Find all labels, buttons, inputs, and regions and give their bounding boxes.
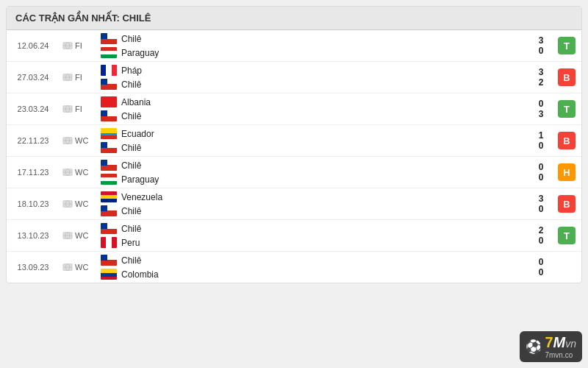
type-label: FI — [75, 41, 82, 50]
score-col: 0 0 — [530, 162, 552, 183]
teams-col: ChilêParaguay — [98, 30, 530, 61]
type-label: FI — [75, 73, 82, 82]
team1-row: Chilê — [101, 32, 527, 46]
team2-flag — [101, 110, 117, 121]
match-date: 27.03.24 — [7, 71, 60, 83]
score1: 1 — [530, 130, 552, 141]
score2: 0 — [530, 267, 552, 277]
result-badge — [558, 258, 576, 276]
team1-flag — [101, 96, 117, 107]
match-row: 12.06.24 FI ChilêParaguay 3 0 T — [7, 30, 581, 62]
team2-name: Chilê — [121, 79, 141, 90]
score-col: 1 0 — [530, 130, 552, 151]
type-label: WC — [75, 263, 88, 272]
watermark-main: 7Mvn — [545, 334, 576, 351]
team1-flag — [101, 223, 117, 234]
team2-row: Paraguay — [101, 46, 527, 60]
match-type: WC — [60, 166, 98, 179]
match-date: 23.03.24 — [7, 103, 60, 115]
match-type: FI — [60, 102, 98, 116]
team2-row: Chilê — [101, 77, 527, 91]
score1: 3 — [530, 35, 552, 46]
score1: 3 — [530, 67, 552, 77]
result-badge: T — [558, 37, 576, 54]
match-date: 13.10.23 — [7, 230, 60, 241]
score2: 0 — [530, 204, 552, 214]
team1-name: Pháp — [121, 66, 142, 76]
match-type: WC — [60, 229, 98, 242]
team1-name: Venezuela — [121, 192, 162, 202]
globe-icon — [62, 262, 73, 272]
teams-col: PhápChilê — [98, 62, 530, 93]
team2-flag — [101, 269, 117, 280]
result-badge: T — [558, 227, 576, 244]
globe-icon — [62, 199, 73, 209]
score-col: 0 3 — [530, 99, 552, 119]
type-label: WC — [75, 231, 88, 240]
team2-flag — [101, 174, 117, 185]
score1: 2 — [530, 225, 552, 236]
watermark-number: 7 — [545, 334, 553, 350]
result-badge: T — [558, 100, 576, 118]
team1-row: Venezuela — [101, 190, 527, 204]
team1-row: Chilê — [101, 253, 527, 267]
watermark-letter: M — [553, 334, 566, 350]
match-date: 13.09.23 — [7, 261, 60, 273]
team2-row: Paraguay — [101, 172, 527, 186]
match-row: 17.11.23 WC ChilêParaguay 0 0 H — [7, 157, 581, 188]
team1-flag — [101, 160, 117, 171]
teams-col: AlbaniaChilê — [98, 93, 530, 124]
match-row: 27.03.24 FI PhápChilê 3 2 B — [7, 62, 581, 93]
score-col: 2 0 — [530, 225, 552, 246]
team2-flag — [101, 237, 117, 248]
type-label: WC — [75, 136, 88, 145]
team2-name: Paraguay — [121, 48, 159, 58]
team2-name: Colombia — [121, 269, 159, 280]
score2: 3 — [530, 109, 552, 119]
match-type: WC — [60, 261, 98, 274]
team1-name: Chilê — [121, 160, 141, 171]
score-col: 3 0 — [530, 35, 552, 56]
team1-flag — [101, 128, 117, 139]
team1-row: Chilê — [101, 222, 527, 236]
result-badge: H — [558, 163, 576, 181]
score-col: 0 0 — [530, 257, 552, 277]
team2-row: Chilê — [101, 109, 527, 123]
globe-icon — [62, 135, 73, 146]
match-date: 12.06.24 — [7, 40, 60, 52]
team2-name: Chilê — [121, 111, 141, 121]
team1-name: Chilê — [121, 34, 141, 44]
match-row: 13.09.23 WC ChilêColombia 0 0 — [7, 252, 581, 283]
score1: 0 — [530, 99, 552, 109]
team2-row: Colombia — [101, 267, 527, 281]
score2: 0 — [530, 46, 552, 56]
globe-icon — [62, 167, 73, 177]
team1-flag — [101, 191, 117, 202]
team2-flag — [101, 205, 117, 216]
watermark: ⚽ 7Mvn 7mvn.co — [520, 331, 582, 362]
watermark-suffix: vn — [565, 338, 576, 350]
team1-name: Chilê — [121, 255, 141, 266]
team1-name: Chilê — [121, 224, 141, 234]
teams-col: EcuadorChilê — [98, 125, 530, 156]
match-type: WC — [60, 197, 98, 210]
match-date: 18.10.23 — [7, 198, 60, 210]
team1-flag — [101, 65, 117, 76]
team2-flag — [101, 79, 117, 90]
match-row: 22.11.23 WC EcuadorChilê 1 0 B — [7, 125, 581, 157]
ball-icon: ⚽ — [526, 339, 542, 355]
team2-flag — [101, 47, 117, 58]
score1: 0 — [530, 257, 552, 267]
type-label: WC — [75, 199, 88, 208]
match-row: 18.10.23 WC VenezuelaChilê 3 0 B — [7, 188, 581, 220]
team2-flag — [101, 142, 117, 153]
header-title: CÁC TRẬN GẦN NHẤT: CHILÊ — [15, 13, 151, 24]
score2: 0 — [530, 172, 552, 183]
score1: 3 — [530, 194, 552, 204]
team1-row: Chilê — [101, 158, 527, 172]
match-date: 22.11.23 — [7, 135, 60, 146]
match-type: FI — [60, 71, 98, 84]
teams-col: ChilêPeru — [98, 220, 530, 251]
globe-icon — [62, 230, 73, 241]
team1-name: Albania — [121, 97, 151, 107]
